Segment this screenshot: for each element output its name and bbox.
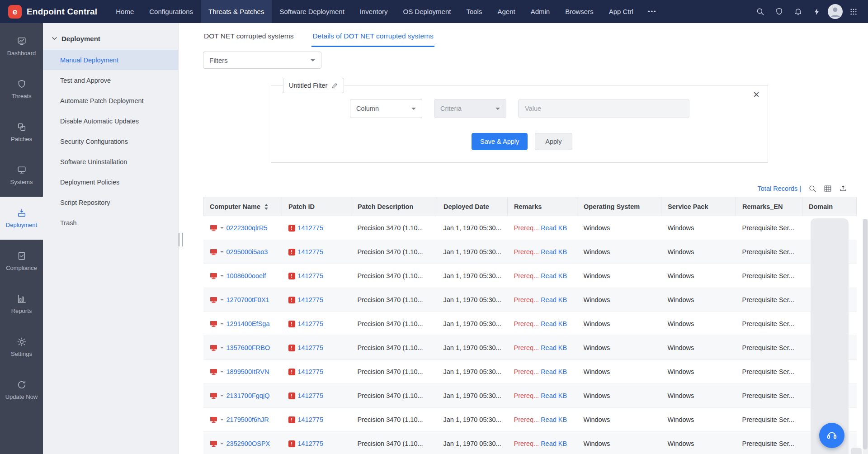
computer-name-link[interactable]: 1357600FRBO [226, 344, 270, 351]
export-icon[interactable] [839, 184, 847, 193]
patch-id-link[interactable]: 1412775 [298, 416, 323, 423]
patch-id-link[interactable]: 1412775 [298, 440, 323, 447]
read-kb-link[interactable]: Read KB [541, 440, 567, 447]
row-caret-icon[interactable] [220, 347, 224, 349]
rail-item-dashboard[interactable]: Dashboard [0, 25, 43, 68]
read-kb-link[interactable]: Read KB [541, 320, 567, 327]
avatar[interactable] [828, 4, 843, 19]
sidebar-resize-handle[interactable] [179, 233, 183, 246]
row-caret-icon[interactable] [220, 299, 224, 301]
col-computer-name[interactable]: Computer Name [203, 197, 282, 216]
row-caret-icon[interactable] [220, 323, 224, 325]
tab-details-dotnet-corrupted-systems[interactable]: Details of DOT NET corrupted systems [311, 32, 434, 47]
close-icon[interactable]: × [753, 89, 760, 100]
sidebar-item-deployment-policies[interactable]: Deployment Policies [43, 172, 178, 192]
nav-item-threats-patches[interactable]: Threats & Patches [201, 0, 272, 23]
sidebar-section-deployment[interactable]: Deployment [43, 35, 178, 50]
patch-id-link[interactable]: 1412775 [298, 320, 323, 327]
col-deployed-date[interactable]: Deployed Date [437, 197, 508, 216]
sidebar-item-security-configurations[interactable]: Security Configurations [43, 131, 178, 151]
table-search-icon[interactable] [808, 184, 816, 193]
computer-monitor-icon[interactable] [210, 273, 217, 279]
column-select[interactable]: Column [350, 99, 422, 118]
edit-pencil-icon[interactable] [332, 82, 338, 89]
computer-monitor-icon[interactable] [210, 416, 217, 423]
computer-name-link[interactable]: 0295000i5ao3 [226, 248, 268, 255]
nav-more-icon[interactable]: ••• [641, 0, 664, 23]
row-caret-icon[interactable] [220, 227, 224, 229]
rail-item-update-now[interactable]: Update Now [0, 369, 43, 411]
filters-dropdown[interactable]: Filters [203, 52, 321, 69]
read-kb-link[interactable]: Read KB [541, 272, 567, 279]
nav-item-home[interactable]: Home [108, 0, 142, 23]
computer-monitor-icon[interactable] [210, 225, 217, 232]
computer-monitor-icon[interactable] [210, 440, 217, 447]
sidebar-item-automate-patch-deployment[interactable]: Automate Patch Deployment [43, 90, 178, 111]
criteria-select[interactable]: Criteria [434, 99, 506, 118]
brand[interactable]: e Endpoint Central [0, 0, 108, 23]
computer-name-link[interactable]: 0222300qlrR5 [226, 224, 268, 232]
computer-name-link[interactable]: 1291400EfSga [226, 320, 270, 327]
read-kb-link[interactable]: Read KB [541, 368, 567, 375]
sidebar-item-disable-automatic-updates[interactable]: Disable Automatic Updates [43, 111, 178, 131]
computer-name-link[interactable]: 1899500ItRVN [226, 368, 269, 375]
computer-name-link[interactable]: 1008600ooelf [226, 272, 266, 279]
read-kb-link[interactable]: Read KB [541, 224, 567, 232]
nav-item-browsers[interactable]: Browsers [557, 0, 601, 23]
nav-item-software-deployment[interactable]: Software Deployment [272, 0, 352, 23]
row-caret-icon[interactable] [220, 419, 224, 421]
sidebar-item-test-and-approve[interactable]: Test and Approve [43, 70, 178, 90]
computer-monitor-icon[interactable] [210, 249, 217, 255]
nav-item-inventory[interactable]: Inventory [352, 0, 396, 23]
computer-monitor-icon[interactable] [210, 321, 217, 327]
computer-name-link[interactable]: 2352900OSPX [226, 440, 270, 447]
sidebar-item-software-uninstallation[interactable]: Software Uninstallation [43, 151, 178, 172]
computer-monitor-icon[interactable] [210, 297, 217, 303]
row-caret-icon[interactable] [220, 443, 224, 445]
read-kb-link[interactable]: Read KB [541, 344, 567, 351]
patch-id-link[interactable]: 1412775 [298, 224, 323, 232]
apps-grid-icon[interactable] [845, 4, 862, 20]
sidebar-item-manual-deployment[interactable]: Manual Deployment [43, 50, 178, 70]
col-patch-description[interactable]: Patch Description [351, 197, 437, 216]
value-input[interactable] [518, 99, 689, 118]
patch-id-link[interactable]: 1412775 [298, 248, 323, 255]
rail-item-settings[interactable]: Settings [0, 326, 43, 369]
read-kb-link[interactable]: Read KB [541, 296, 567, 303]
sidebar-item-script-repository[interactable]: Script Repository [43, 192, 178, 213]
col-remarks-en[interactable]: Remarks_EN [736, 197, 802, 216]
computer-monitor-icon[interactable] [210, 369, 217, 375]
nav-item-agent[interactable]: Agent [490, 0, 523, 23]
computer-monitor-icon[interactable] [210, 393, 217, 399]
row-caret-icon[interactable] [220, 275, 224, 277]
support-fab[interactable] [819, 423, 844, 448]
nav-item-admin[interactable]: Admin [523, 0, 558, 23]
security-shield-icon[interactable] [771, 4, 787, 20]
rail-item-systems[interactable]: Systems [0, 154, 43, 197]
scrollbar-thumb[interactable] [863, 219, 868, 449]
rail-item-patches[interactable]: Patches [0, 111, 43, 154]
total-records-link[interactable]: Total Records | [758, 185, 801, 192]
flash-icon[interactable] [809, 4, 825, 20]
col-service-pack[interactable]: Service Pack [661, 197, 736, 216]
nav-item-tools[interactable]: Tools [458, 0, 490, 23]
nav-item-configurations[interactable]: Configurations [142, 0, 201, 23]
patch-id-link[interactable]: 1412775 [298, 296, 323, 303]
col-patch-id[interactable]: Patch ID [282, 197, 351, 216]
nav-item-app-ctrl[interactable]: App Ctrl [601, 0, 641, 23]
row-caret-icon[interactable] [220, 371, 224, 373]
sort-icon[interactable] [264, 204, 268, 210]
computer-monitor-icon[interactable] [210, 345, 217, 351]
col-remarks[interactable]: Remarks [508, 197, 577, 216]
save-and-apply-button[interactable]: Save & Apply [472, 133, 528, 150]
computer-name-link[interactable]: 2131700FgqjQ [226, 392, 270, 399]
nav-item-os-deployment[interactable]: OS Deployment [396, 0, 459, 23]
rail-item-reports[interactable]: Reports [0, 283, 43, 326]
patch-id-link[interactable]: 1412775 [298, 368, 323, 375]
rail-item-deployment[interactable]: Deployment [0, 197, 43, 240]
patch-id-link[interactable]: 1412775 [298, 272, 323, 279]
row-caret-icon[interactable] [220, 251, 224, 253]
apply-button[interactable]: Apply [535, 133, 572, 150]
row-caret-icon[interactable] [220, 395, 224, 397]
sidebar-item-trash[interactable]: Trash [43, 213, 178, 233]
